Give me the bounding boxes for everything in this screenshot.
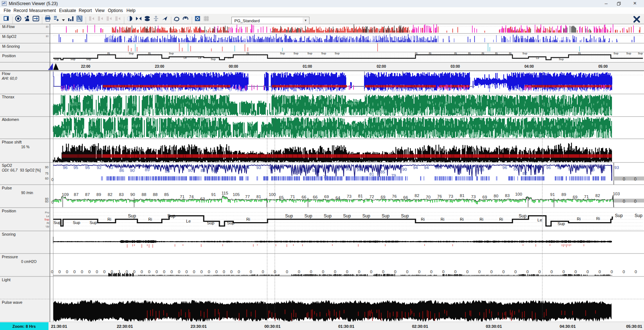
svg-text:Ri: Ri xyxy=(441,217,444,221)
svg-text:80: 80 xyxy=(46,25,49,28)
svg-text:Ri: Ri xyxy=(596,216,600,221)
svg-text:Sup: Sup xyxy=(362,213,370,219)
svg-text:0: 0 xyxy=(96,270,98,274)
svg-text:95: 95 xyxy=(535,165,540,170)
svg-text:97: 97 xyxy=(234,165,238,170)
svg-text:0: 0 xyxy=(103,270,105,274)
svg-text:Thorax: Thorax xyxy=(2,95,15,99)
svg-text:Pro: Pro xyxy=(45,211,49,214)
svg-text:0: 0 xyxy=(586,270,589,274)
svg-text:69: 69 xyxy=(483,195,487,199)
svg-text:0: 0 xyxy=(171,270,173,274)
svg-text:0: 0 xyxy=(215,270,218,274)
svg-text:90: 90 xyxy=(568,167,573,171)
svg-text:90: 90 xyxy=(291,168,296,172)
svg-text:0: 0 xyxy=(126,270,128,274)
svg-text:SpO2: SpO2 xyxy=(2,163,12,168)
svg-text:94: 94 xyxy=(447,165,452,170)
svg-text:96: 96 xyxy=(546,165,551,170)
svg-text:85: 85 xyxy=(165,169,170,173)
svg-text:109: 109 xyxy=(62,192,69,197)
svg-text:83: 83 xyxy=(505,193,510,198)
svg-text:Position: Position xyxy=(2,54,16,58)
svg-text:00:30:01: 00:30:01 xyxy=(264,324,280,329)
svg-text:86: 86 xyxy=(120,168,124,173)
svg-text:M-SpO2: M-SpO2 xyxy=(2,34,16,39)
svg-text:0: 0 xyxy=(230,270,233,274)
svg-text:23:00: 23:00 xyxy=(155,64,164,68)
svg-text:0: 0 xyxy=(148,270,150,274)
svg-text:70: 70 xyxy=(426,195,431,199)
svg-text:0: 0 xyxy=(574,270,577,274)
svg-text:90: 90 xyxy=(130,192,135,197)
svg-text:Flow: Flow xyxy=(2,71,10,76)
svg-text:Ri: Ri xyxy=(148,217,152,221)
svg-text:1: 1 xyxy=(118,270,120,274)
svg-text:85: 85 xyxy=(164,192,169,197)
svg-text:83: 83 xyxy=(119,192,124,197)
svg-text:0: 0 xyxy=(223,270,225,274)
svg-text:96: 96 xyxy=(63,165,68,170)
svg-text:0: 0 xyxy=(250,270,252,274)
svg-text:82: 82 xyxy=(108,192,113,197)
svg-text:80: 80 xyxy=(46,35,49,38)
svg-text:0: 0 xyxy=(208,270,210,274)
svg-text:0: 0 xyxy=(200,270,203,274)
svg-text:Sup: Sup xyxy=(90,220,97,225)
svg-text:16 %: 16 % xyxy=(21,145,30,149)
svg-text:81: 81 xyxy=(358,194,363,198)
svg-text:21:30:01: 21:30:01 xyxy=(51,324,67,329)
svg-text:89: 89 xyxy=(145,168,150,172)
svg-text:81: 81 xyxy=(257,195,261,199)
svg-text:115: 115 xyxy=(222,191,228,195)
svg-text:93 SpO2 [%]: 93 SpO2 [%] xyxy=(20,168,41,172)
svg-text:88: 88 xyxy=(590,168,595,172)
svg-text:90: 90 xyxy=(357,168,362,172)
svg-text:0: 0 xyxy=(133,270,135,274)
svg-text:02:30:01: 02:30:01 xyxy=(412,324,428,329)
svg-text:0: 0 xyxy=(178,270,180,274)
svg-text:Phase shift: Phase shift xyxy=(2,140,22,144)
svg-text:93: 93 xyxy=(257,165,261,170)
svg-text:73: 73 xyxy=(449,194,453,199)
svg-text:87: 87 xyxy=(85,192,90,197)
svg-text:0 cmH2O: 0 cmH2O xyxy=(21,260,36,264)
svg-text:66: 66 xyxy=(313,195,318,199)
svg-text:Sup: Sup xyxy=(227,221,234,225)
svg-text:Pulse: Pulse xyxy=(2,186,12,190)
svg-text:0: 0 xyxy=(262,270,264,274)
svg-text:Sup: Sup xyxy=(519,213,527,219)
svg-text:93: 93 xyxy=(458,165,462,170)
svg-text:Sup: Sup xyxy=(401,213,409,219)
svg-text:0: 0 xyxy=(598,270,601,274)
svg-text:90: 90 xyxy=(188,168,193,173)
svg-text:0: 0 xyxy=(623,177,625,182)
svg-text:88: 88 xyxy=(153,192,158,197)
svg-text:105: 105 xyxy=(233,192,239,197)
svg-text:82: 82 xyxy=(415,193,419,198)
svg-text:96: 96 xyxy=(222,165,227,170)
svg-text:0: 0 xyxy=(394,270,396,274)
svg-text:Up: Up xyxy=(46,225,49,228)
svg-text:92: 92 xyxy=(97,165,102,170)
svg-text:60: 60 xyxy=(45,177,49,180)
svg-text:87: 87 xyxy=(74,192,79,197)
svg-text:PP: PP xyxy=(228,56,231,60)
svg-text:80: 80 xyxy=(494,194,499,198)
svg-text:97: 97 xyxy=(579,165,584,170)
svg-text:0: 0 xyxy=(163,270,165,274)
svg-text:71: 71 xyxy=(584,195,589,199)
svg-text:0: 0 xyxy=(81,270,83,274)
svg-text:00:00: 00:00 xyxy=(229,64,238,68)
svg-text:Sup: Sup xyxy=(44,218,49,221)
svg-text:0: 0 xyxy=(193,270,195,274)
svg-text:69: 69 xyxy=(573,195,578,199)
svg-text:93: 93 xyxy=(154,165,159,170)
svg-text:0: 0 xyxy=(466,270,468,274)
svg-text:Sup: Sup xyxy=(343,213,351,219)
svg-text:93: 93 xyxy=(269,165,273,170)
svg-text:90 /min: 90 /min xyxy=(21,191,33,195)
svg-text:69: 69 xyxy=(381,195,386,199)
svg-text:90: 90 xyxy=(402,167,407,172)
svg-text:81: 81 xyxy=(460,193,465,198)
